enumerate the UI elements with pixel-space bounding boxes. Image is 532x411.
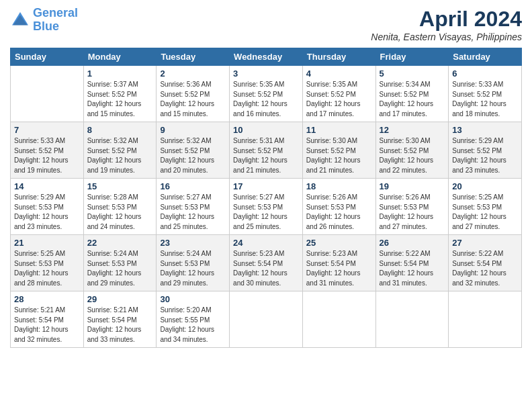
day-info: Sunrise: 5:25 AM Sunset: 5:53 PM Dayligh… (452, 193, 518, 232)
day-info: Sunrise: 5:20 AM Sunset: 5:55 PM Dayligh… (160, 306, 226, 345)
calendar-cell (302, 291, 375, 348)
day-info: Sunrise: 5:35 AM Sunset: 5:52 PM Dayligh… (306, 80, 372, 119)
title-block: April 2024 Nenita, Eastern Visayas, Phil… (371, 7, 522, 42)
day-info: Sunrise: 5:32 AM Sunset: 5:52 PM Dayligh… (87, 136, 153, 175)
day-number: 30 (160, 294, 226, 304)
day-info: Sunrise: 5:26 AM Sunset: 5:53 PM Dayligh… (306, 193, 372, 232)
day-number: 9 (160, 125, 226, 135)
day-info: Sunrise: 5:30 AM Sunset: 5:52 PM Dayligh… (380, 136, 445, 175)
weekday-header: Sunday (11, 48, 84, 66)
calendar-cell: 7Sunrise: 5:33 AM Sunset: 5:52 PM Daylig… (11, 122, 84, 179)
day-info: Sunrise: 5:29 AM Sunset: 5:52 PM Dayligh… (452, 136, 518, 175)
day-number: 21 (14, 238, 80, 248)
day-number: 18 (306, 181, 372, 191)
day-number: 22 (87, 238, 153, 248)
day-info: Sunrise: 5:34 AM Sunset: 5:52 PM Dayligh… (380, 80, 445, 119)
day-info: Sunrise: 5:32 AM Sunset: 5:52 PM Dayligh… (160, 136, 226, 175)
day-info: Sunrise: 5:33 AM Sunset: 5:52 PM Dayligh… (452, 80, 518, 119)
day-number: 29 (87, 294, 153, 304)
day-number: 11 (306, 125, 372, 135)
day-info: Sunrise: 5:23 AM Sunset: 5:54 PM Dayligh… (233, 249, 299, 288)
month-title: April 2024 (371, 7, 522, 32)
calendar-cell: 5Sunrise: 5:34 AM Sunset: 5:52 PM Daylig… (375, 66, 449, 122)
calendar-cell: 28Sunrise: 5:21 AM Sunset: 5:54 PM Dayli… (11, 291, 84, 348)
day-number: 2 (160, 68, 226, 79)
day-info: Sunrise: 5:22 AM Sunset: 5:54 PM Dayligh… (380, 249, 445, 288)
calendar-week-row: 21Sunrise: 5:25 AM Sunset: 5:53 PM Dayli… (11, 235, 522, 291)
calendar-cell: 16Sunrise: 5:27 AM Sunset: 5:53 PM Dayli… (157, 179, 230, 235)
weekday-header: Wednesday (230, 48, 303, 66)
logo-text: General Blue (33, 7, 78, 34)
day-info: Sunrise: 5:30 AM Sunset: 5:52 PM Dayligh… (306, 136, 372, 175)
calendar-cell: 26Sunrise: 5:22 AM Sunset: 5:54 PM Dayli… (375, 235, 449, 291)
calendar-cell: 20Sunrise: 5:25 AM Sunset: 5:53 PM Dayli… (449, 179, 522, 235)
day-number: 4 (306, 68, 372, 79)
calendar-week-row: 28Sunrise: 5:21 AM Sunset: 5:54 PM Dayli… (11, 291, 522, 348)
day-number: 24 (233, 238, 299, 248)
day-number: 8 (87, 125, 153, 135)
day-number: 6 (452, 68, 518, 79)
calendar-week-row: 1Sunrise: 5:37 AM Sunset: 5:52 PM Daylig… (11, 66, 522, 122)
location: Nenita, Eastern Visayas, Philippines (371, 32, 522, 42)
calendar-cell: 29Sunrise: 5:21 AM Sunset: 5:54 PM Dayli… (83, 291, 157, 348)
calendar-cell: 12Sunrise: 5:30 AM Sunset: 5:52 PM Dayli… (375, 122, 449, 179)
day-number: 12 (380, 125, 445, 135)
logo-line1: General (33, 6, 78, 19)
day-info: Sunrise: 5:35 AM Sunset: 5:52 PM Dayligh… (233, 80, 299, 119)
day-info: Sunrise: 5:24 AM Sunset: 5:53 PM Dayligh… (160, 249, 226, 288)
day-info: Sunrise: 5:24 AM Sunset: 5:53 PM Dayligh… (87, 249, 153, 288)
day-number: 19 (380, 181, 445, 191)
calendar-cell (375, 291, 449, 348)
day-number: 25 (306, 238, 372, 248)
day-info: Sunrise: 5:26 AM Sunset: 5:53 PM Dayligh… (380, 193, 445, 232)
calendar-cell: 2Sunrise: 5:36 AM Sunset: 5:52 PM Daylig… (157, 66, 230, 122)
calendar-cell: 18Sunrise: 5:26 AM Sunset: 5:53 PM Dayli… (302, 179, 375, 235)
day-info: Sunrise: 5:27 AM Sunset: 5:53 PM Dayligh… (160, 193, 226, 232)
calendar-cell: 11Sunrise: 5:30 AM Sunset: 5:52 PM Dayli… (302, 122, 375, 179)
page: General Blue April 2024 Nenita, Eastern … (0, 0, 532, 411)
calendar-week-row: 7Sunrise: 5:33 AM Sunset: 5:52 PM Daylig… (11, 122, 522, 179)
day-number: 16 (160, 181, 226, 191)
calendar-cell (11, 66, 84, 122)
calendar-cell: 17Sunrise: 5:27 AM Sunset: 5:53 PM Dayli… (230, 179, 303, 235)
calendar-cell (230, 291, 303, 348)
day-number: 20 (452, 181, 518, 191)
day-info: Sunrise: 5:25 AM Sunset: 5:53 PM Dayligh… (14, 249, 80, 288)
weekday-header: Monday (83, 48, 157, 66)
weekday-header: Saturday (449, 48, 522, 66)
calendar-cell: 22Sunrise: 5:24 AM Sunset: 5:53 PM Dayli… (83, 235, 157, 291)
day-info: Sunrise: 5:27 AM Sunset: 5:53 PM Dayligh… (233, 193, 299, 232)
day-info: Sunrise: 5:21 AM Sunset: 5:54 PM Dayligh… (14, 306, 80, 345)
calendar-cell: 19Sunrise: 5:26 AM Sunset: 5:53 PM Dayli… (375, 179, 449, 235)
calendar-header-row: SundayMondayTuesdayWednesdayThursdayFrid… (11, 48, 522, 66)
calendar-cell (449, 291, 522, 348)
calendar-cell: 25Sunrise: 5:23 AM Sunset: 5:54 PM Dayli… (302, 235, 375, 291)
day-number: 17 (233, 181, 299, 191)
day-number: 13 (452, 125, 518, 135)
header: General Blue April 2024 Nenita, Eastern … (10, 7, 522, 42)
weekday-header: Tuesday (157, 48, 230, 66)
calendar-cell: 24Sunrise: 5:23 AM Sunset: 5:54 PM Dayli… (230, 235, 303, 291)
calendar-week-row: 14Sunrise: 5:29 AM Sunset: 5:53 PM Dayli… (11, 179, 522, 235)
day-number: 10 (233, 125, 299, 135)
day-number: 23 (160, 238, 226, 248)
day-info: Sunrise: 5:31 AM Sunset: 5:52 PM Dayligh… (233, 136, 299, 175)
day-number: 15 (87, 181, 153, 191)
day-info: Sunrise: 5:29 AM Sunset: 5:53 PM Dayligh… (14, 193, 80, 232)
logo-line2: Blue (33, 19, 59, 33)
day-info: Sunrise: 5:21 AM Sunset: 5:54 PM Dayligh… (87, 306, 153, 345)
day-info: Sunrise: 5:22 AM Sunset: 5:54 PM Dayligh… (452, 249, 518, 288)
calendar-cell: 27Sunrise: 5:22 AM Sunset: 5:54 PM Dayli… (449, 235, 522, 291)
day-number: 7 (14, 125, 80, 135)
day-number: 27 (452, 238, 518, 248)
calendar-cell: 8Sunrise: 5:32 AM Sunset: 5:52 PM Daylig… (83, 122, 157, 179)
day-info: Sunrise: 5:23 AM Sunset: 5:54 PM Dayligh… (306, 249, 372, 288)
day-number: 28 (14, 294, 80, 304)
calendar-cell: 21Sunrise: 5:25 AM Sunset: 5:53 PM Dayli… (11, 235, 84, 291)
calendar-cell: 1Sunrise: 5:37 AM Sunset: 5:52 PM Daylig… (83, 66, 157, 122)
calendar-body: 1Sunrise: 5:37 AM Sunset: 5:52 PM Daylig… (11, 66, 522, 348)
calendar-table: SundayMondayTuesdayWednesdayThursdayFrid… (10, 48, 522, 348)
calendar-cell: 23Sunrise: 5:24 AM Sunset: 5:53 PM Dayli… (157, 235, 230, 291)
day-info: Sunrise: 5:28 AM Sunset: 5:53 PM Dayligh… (87, 193, 153, 232)
day-number: 3 (233, 68, 299, 79)
